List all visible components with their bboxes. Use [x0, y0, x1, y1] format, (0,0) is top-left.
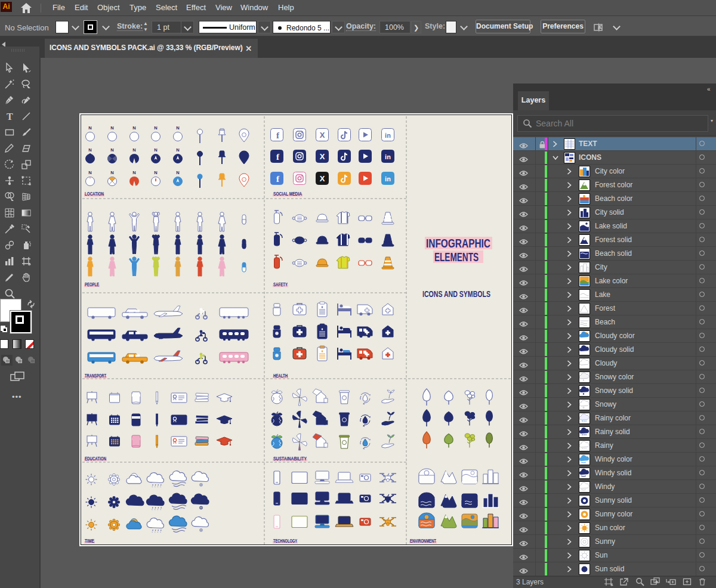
svg-text:N: N — [176, 147, 179, 153]
svg-text:X: X — [320, 174, 325, 183]
svg-text:N: N — [88, 125, 91, 131]
svg-text:LOCATION: LOCATION — [85, 191, 104, 197]
svg-text:N: N — [110, 147, 113, 153]
svg-text:N: N — [110, 125, 113, 131]
svg-text:N: N — [110, 170, 113, 175]
svg-text:SAFETY: SAFETY — [273, 281, 288, 287]
svg-text:N: N — [132, 170, 135, 175]
svg-text:HEALTH: HEALTH — [273, 373, 288, 379]
svg-text:in: in — [385, 132, 391, 139]
svg-text:N: N — [154, 125, 157, 131]
svg-text:EDUCATION: EDUCATION — [85, 456, 106, 462]
svg-text:N: N — [154, 170, 157, 175]
svg-text:T: T — [7, 112, 13, 122]
svg-text:TRANSPORT: TRANSPORT — [85, 373, 106, 379]
svg-text:N: N — [176, 125, 179, 131]
svg-text:in: in — [385, 153, 391, 160]
svg-text:N: N — [154, 147, 157, 153]
svg-text:N: N — [88, 170, 91, 175]
svg-text:TECHNOLOGY: TECHNOLOGY — [273, 538, 297, 544]
svg-text:TIME: TIME — [85, 538, 94, 544]
svg-text:ICONS AND SYMBOLS: ICONS AND SYMBOLS — [422, 289, 490, 299]
svg-text:in: in — [385, 175, 391, 182]
svg-text:N: N — [88, 147, 91, 153]
svg-text:ENVIRONMENT: ENVIRONMENT — [410, 538, 436, 544]
svg-text:X: X — [320, 152, 325, 161]
svg-text:INFOGRAPHIC: INFOGRAPHIC — [426, 236, 490, 250]
svg-text:SUSTAINABILITY: SUSTAINABILITY — [273, 456, 307, 462]
svg-text:PEOPLE: PEOPLE — [85, 281, 99, 287]
svg-text:X: X — [320, 131, 325, 140]
svg-text:ELEMENTS: ELEMENTS — [434, 250, 479, 264]
svg-text:N: N — [132, 147, 135, 153]
svg-text:N: N — [176, 170, 179, 175]
svg-text:N: N — [132, 125, 135, 131]
svg-text:SOCIAL MEDIA: SOCIAL MEDIA — [273, 191, 302, 197]
